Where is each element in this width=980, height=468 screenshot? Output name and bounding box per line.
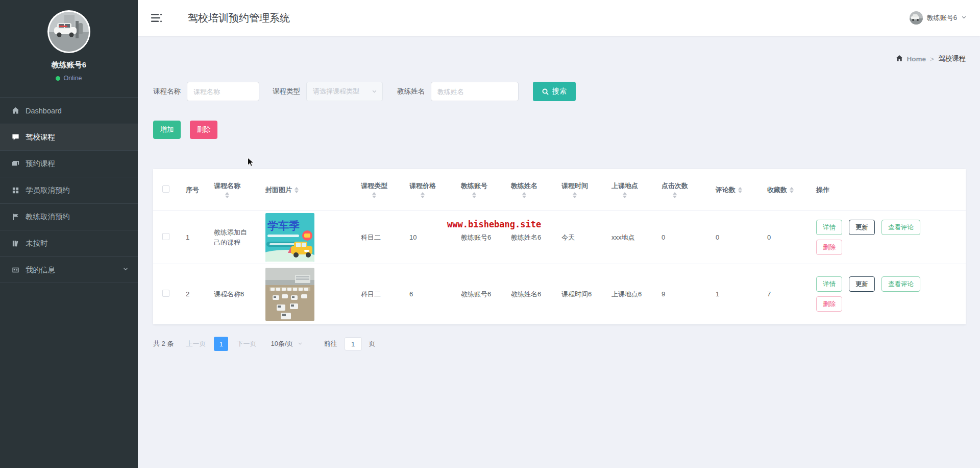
sidebar-item-student-cancellations[interactable]: 学员取消预约: [0, 177, 138, 203]
cell-cover: 学车季: [258, 213, 354, 262]
sidebar-item-booked-courses[interactable]: 预约课程: [0, 150, 138, 177]
cell-place: xxx地点: [604, 233, 654, 242]
table-header-row: 序号 课程名称 封面图片 课程类型 课程价格 教练账号 教练姓名 课程时间 上课…: [153, 169, 966, 211]
col-coach[interactable]: 教练姓名: [504, 181, 554, 198]
online-status: Online: [0, 75, 138, 82]
col-time[interactable]: 课程时间: [554, 181, 604, 198]
course-type-placeholder: 请选择课程类型: [313, 87, 372, 96]
col-label: 课程价格: [409, 181, 436, 191]
cell-cover: [258, 268, 354, 321]
col-cover[interactable]: 封面图片: [258, 185, 354, 195]
row-delete-button[interactable]: 删除: [816, 296, 842, 312]
cell-course-type: 科目二: [354, 233, 402, 242]
sort-icon[interactable]: [372, 192, 376, 198]
sidebar-profile: 教练账号6 Online: [0, 0, 138, 82]
cell-time: 今天: [554, 233, 604, 242]
cell-clicks: 0: [654, 233, 708, 241]
delete-button[interactable]: 删除: [190, 121, 217, 139]
breadcrumb-current: 驾校课程: [938, 54, 966, 63]
sidebar-item-label: 未按时: [26, 239, 129, 248]
detail-button[interactable]: 详情: [816, 220, 842, 235]
sidebar-item-label: 学员取消预约: [26, 185, 129, 195]
search-button[interactable]: 搜索: [533, 82, 576, 101]
sidebar-item-label: 预约课程: [26, 159, 129, 169]
home-icon: [11, 106, 20, 115]
col-index: 序号: [179, 185, 207, 195]
col-course-type[interactable]: 课程类型: [354, 181, 402, 198]
cell-place: 上课地点6: [604, 290, 654, 299]
col-label: 评论数: [716, 185, 736, 195]
chevron-down-icon: [372, 89, 377, 95]
sort-icon[interactable]: [522, 192, 526, 198]
menu-toggle-icon[interactable]: [151, 13, 163, 23]
sort-icon[interactable]: [225, 192, 229, 198]
add-button[interactable]: 增加: [153, 121, 181, 139]
cell-course-name: 课程名称6: [207, 289, 258, 299]
page-number-button[interactable]: 1: [214, 337, 228, 351]
cell-index: 1: [179, 233, 207, 241]
sidebar-item-my-info[interactable]: 我的信息: [0, 256, 138, 283]
cell-account: 教练账号6: [454, 233, 504, 242]
detail-button[interactable]: 详情: [816, 276, 842, 292]
row-checkbox[interactable]: [162, 233, 169, 240]
goto-page-input[interactable]: 1: [345, 337, 362, 350]
sort-icon[interactable]: [673, 192, 677, 198]
update-button[interactable]: 更新: [849, 220, 875, 235]
cell-favorites: 0: [760, 233, 809, 241]
coach-name-input[interactable]: [431, 82, 519, 101]
view-comments-button[interactable]: 查看评论: [881, 220, 920, 235]
cell-price: 10: [402, 233, 454, 241]
row-checkbox[interactable]: [162, 290, 169, 297]
col-place[interactable]: 上课地点: [604, 181, 654, 198]
search-icon: [542, 88, 549, 95]
topbar: 驾校培训预约管理系统 教练账号6: [138, 0, 980, 36]
sidebar-item-coach-cancellations[interactable]: 教练取消预约: [0, 203, 138, 230]
col-price[interactable]: 课程价格: [402, 181, 454, 198]
watermark: www.bishebang.site: [447, 219, 541, 229]
col-label: 点击次数: [662, 181, 688, 191]
user-menu[interactable]: 教练账号6: [910, 11, 967, 25]
sort-icon[interactable]: [790, 187, 794, 193]
col-account[interactable]: 教练账号: [454, 181, 504, 198]
sort-icon[interactable]: [421, 192, 425, 198]
sidebar-item-overdue[interactable]: 未按时: [0, 230, 138, 256]
cell-time: 课程时间6: [554, 290, 604, 299]
sort-icon[interactable]: [573, 192, 577, 198]
main-area: 驾校培训预约管理系统 教练账号6: [138, 0, 980, 468]
course-type-select[interactable]: 请选择课程类型: [306, 82, 383, 101]
sidebar-item-school-courses[interactable]: 驾校课程: [0, 124, 138, 150]
user-name: 教练账号6: [927, 13, 957, 22]
next-page-button[interactable]: 下一页: [236, 339, 256, 348]
app-title: 驾校培训预约管理系统: [188, 11, 290, 25]
col-clicks[interactable]: 点击次数: [654, 181, 708, 198]
col-label: 课程名称: [214, 181, 240, 191]
sort-icon[interactable]: [623, 192, 627, 198]
col-label: 封面图片: [265, 185, 292, 195]
row-delete-button[interactable]: 删除: [816, 240, 842, 255]
col-comments[interactable]: 评论数: [708, 185, 760, 195]
sidebar-item-label: 我的信息: [26, 265, 122, 275]
cell-index: 2: [179, 290, 207, 298]
sidebar-item-label: 教练取消预约: [26, 212, 129, 222]
content: Home > 驾校课程 课程名称 课程类型 请选择课程类型 教练姓名 搜索: [138, 36, 980, 468]
col-favorites[interactable]: 收藏数: [760, 185, 809, 195]
goto-label: 前往: [324, 339, 337, 348]
col-course-name[interactable]: 课程名称: [207, 181, 258, 198]
home-icon: [896, 55, 903, 63]
sort-icon[interactable]: [295, 187, 299, 193]
course-name-input[interactable]: [187, 82, 259, 101]
course-cover-photo-image: [265, 268, 314, 321]
pagination-total: 共 2 条: [153, 339, 174, 348]
sidebar-item-dashboard[interactable]: Dashboard: [0, 97, 138, 124]
course-cover-ad-image: 学车季: [265, 213, 314, 262]
breadcrumb-home[interactable]: Home: [907, 55, 926, 63]
sort-icon[interactable]: [738, 187, 742, 193]
sort-icon[interactable]: [472, 192, 476, 198]
page-size-select[interactable]: 10条/页: [271, 339, 302, 348]
sidebar-item-label: Dashboard: [26, 107, 129, 115]
update-button[interactable]: 更新: [849, 276, 875, 292]
course-name-label: 课程名称: [153, 87, 181, 96]
view-comments-button[interactable]: 查看评论: [881, 276, 920, 292]
prev-page-button[interactable]: 上一页: [186, 339, 206, 348]
select-all-checkbox[interactable]: [162, 185, 169, 193]
